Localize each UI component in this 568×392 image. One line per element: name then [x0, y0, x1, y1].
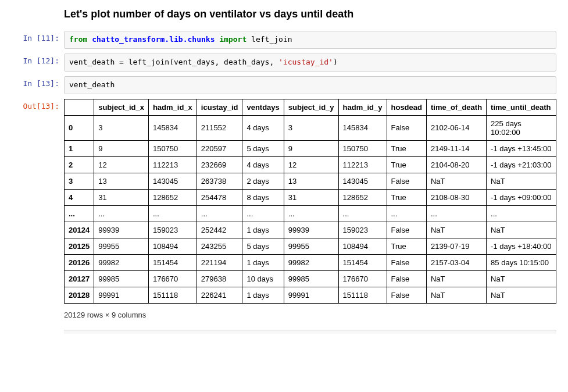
- dataframe-table: subject_id_xhadm_id_xicustay_idventdayss…: [64, 99, 556, 304]
- input-prompt-11: In [11]:: [12, 31, 64, 49]
- df-cell: 99991: [284, 287, 338, 303]
- df-cell: False: [387, 173, 426, 189]
- df-cell: 31: [94, 189, 149, 205]
- df-cell: 5 days: [242, 140, 284, 156]
- df-cell: 220597: [197, 140, 242, 156]
- df-cell: 9: [94, 140, 149, 156]
- df-cell: 99955: [94, 238, 149, 254]
- df-cell: 99939: [94, 222, 149, 238]
- df-cell: 159023: [338, 222, 387, 238]
- markdown-cell: Let's plot number of days on ventilator …: [12, 6, 556, 26]
- code-input-12[interactable]: vent_death = left_join(vent_days, death_…: [64, 54, 556, 72]
- code-token: ): [333, 58, 338, 66]
- code-token: vent_death: [69, 58, 119, 66]
- code-cell-13: In [13]: vent_death: [12, 76, 556, 94]
- df-cell: 108494: [148, 238, 197, 254]
- df-col-header: time_of_death: [426, 99, 486, 115]
- table-row: 2121122132326694 days12112213True2104-08…: [65, 156, 556, 173]
- df-cell: 143045: [148, 173, 197, 189]
- df-cell: 226241: [197, 287, 242, 303]
- df-cell: NaT: [426, 222, 486, 238]
- df-cell: 4 days: [242, 156, 284, 173]
- df-cell: 151118: [338, 287, 387, 303]
- df-row-index: 1: [65, 140, 94, 156]
- df-cell: 151118: [148, 287, 197, 303]
- df-cell: 12: [284, 156, 338, 173]
- df-cell: 145834: [148, 115, 197, 140]
- df-cell: 128652: [148, 189, 197, 205]
- df-cell: 31: [284, 189, 338, 205]
- df-cell: ...: [148, 205, 197, 222]
- table-row: 20128999911511182262411 days99991151118F…: [65, 287, 556, 303]
- df-cell: -1 days +09:00:00: [487, 189, 556, 205]
- table-row: 4311286522544788 days31128652True2108-08…: [65, 189, 556, 205]
- df-cell: 159023: [148, 222, 197, 238]
- df-cell: NaT: [487, 173, 556, 189]
- df-cell: 151454: [338, 254, 387, 270]
- df-cell: False: [387, 287, 426, 303]
- df-cell: 2108-08-30: [426, 189, 486, 205]
- dataframe-shape: 20129 rows × 9 columns: [64, 304, 556, 324]
- df-col-header: ventdays: [242, 99, 284, 115]
- df-cell: 99982: [94, 254, 149, 270]
- code-token: from: [69, 35, 92, 44]
- df-cell: ...: [338, 205, 387, 222]
- code-cell-12: In [12]: vent_death = left_join(vent_day…: [12, 54, 556, 72]
- code-cell-11: In [11]: from chatto_transform.lib.chunk…: [12, 31, 556, 49]
- output-cell-13: Out[13]: subject_id_xhadm_id_xicustay_id…: [12, 99, 556, 334]
- code-input-11[interactable]: from chatto_transform.lib.chunks import …: [64, 31, 556, 49]
- df-cell: 2149-11-14: [426, 140, 486, 156]
- df-cell: False: [387, 270, 426, 287]
- code-token: left_join: [251, 35, 292, 44]
- df-row-index: 20128: [65, 287, 94, 303]
- df-row-index: 2: [65, 156, 94, 173]
- table-row: 20124999391590232524421 days99939159023F…: [65, 222, 556, 238]
- df-cell: True: [387, 238, 426, 254]
- df-cell: NaT: [487, 287, 556, 303]
- code-token: =: [119, 58, 124, 66]
- df-cell: 99982: [284, 254, 338, 270]
- df-cell: ...: [387, 205, 426, 222]
- df-row-index: 20125: [65, 238, 94, 254]
- df-cell: -1 days +21:03:00: [487, 156, 556, 173]
- df-cell: 243255: [197, 238, 242, 254]
- table-row: 201279998517667027963810 days99985176670…: [65, 270, 556, 287]
- df-cell: 145834: [338, 115, 387, 140]
- df-cell: 221194: [197, 254, 242, 270]
- df-cell: 252442: [197, 222, 242, 238]
- df-cell: 1 days: [242, 254, 284, 270]
- df-cell: 85 days 10:15:00: [487, 254, 556, 270]
- df-cell: False: [387, 222, 426, 238]
- input-prompt-13: In [13]:: [12, 76, 64, 94]
- df-cell: 99985: [284, 270, 338, 287]
- df-cell: 225 days 10:02:00: [487, 115, 556, 140]
- df-cell: 12: [94, 156, 149, 173]
- df-cell: 99985: [94, 270, 149, 287]
- df-col-header: icustay_id: [197, 99, 242, 115]
- df-cell: ...: [426, 205, 486, 222]
- df-cell: 2104-08-20: [426, 156, 486, 173]
- df-cell: False: [387, 254, 426, 270]
- df-cell: 128652: [338, 189, 387, 205]
- df-corner: [65, 99, 94, 115]
- df-cell: 176670: [148, 270, 197, 287]
- code-input-13[interactable]: vent_death: [64, 76, 556, 94]
- df-cell: 99939: [284, 222, 338, 238]
- df-cell: NaT: [426, 287, 486, 303]
- df-cell: ...: [242, 205, 284, 222]
- df-cell: 2102-06-14: [426, 115, 486, 140]
- df-cell: True: [387, 140, 426, 156]
- next-cell-top: [64, 330, 556, 334]
- df-row-index: 3: [65, 173, 94, 189]
- df-cell: 3: [94, 115, 149, 140]
- df-cell: 13: [284, 173, 338, 189]
- table-row: 191507502205975 days9150750True2149-11-1…: [65, 140, 556, 156]
- df-cell: -1 days +13:45:00: [487, 140, 556, 156]
- df-row-index: 4: [65, 189, 94, 205]
- df-cell: True: [387, 156, 426, 173]
- df-cell: 232669: [197, 156, 242, 173]
- df-cell: 211552: [197, 115, 242, 140]
- df-cell: 279638: [197, 270, 242, 287]
- df-cell: 108494: [338, 238, 387, 254]
- df-cell: 2139-07-19: [426, 238, 486, 254]
